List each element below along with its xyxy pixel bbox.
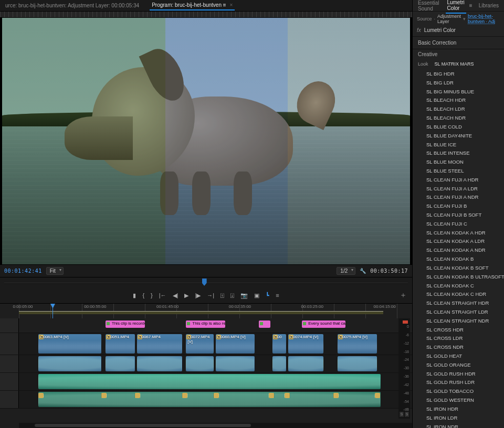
- lift-icon[interactable]: ⍐: [220, 292, 224, 298]
- monitor-scrubber[interactable]: [0, 277, 412, 287]
- look-item[interactable]: SL CLEAN KODAK A HDR: [423, 229, 504, 238]
- solo-right[interactable]: S: [405, 412, 409, 417]
- audio-clip[interactable]: [216, 356, 255, 371]
- video-clip[interactable]: fxC0063.MP4 [V]: [38, 334, 101, 354]
- v1-lane[interactable]: fxC0063.MP4 [V]fxC0051.MP4 fxC0067.MP4fx…: [19, 333, 412, 355]
- look-item[interactable]: SL CLEAN FUJI A LDR: [423, 185, 504, 194]
- mark-in-icon[interactable]: ▮: [133, 292, 136, 299]
- a1-track-head[interactable]: [0, 355, 19, 372]
- video-clip[interactable]: fxC00: [272, 334, 286, 354]
- audio-clip[interactable]: [272, 356, 286, 371]
- look-item[interactable]: SL BLUE COLD: [423, 123, 504, 132]
- look-item[interactable]: SL CLEAN KODAK B SOFT: [423, 264, 504, 273]
- look-item[interactable]: SL BIG MINUS BLUE: [423, 88, 504, 97]
- look-item[interactable]: SL CROSS LDR: [423, 334, 504, 343]
- audio-clip[interactable]: [38, 356, 101, 371]
- button-editor-icon[interactable]: ＋: [400, 291, 407, 300]
- look-item[interactable]: SL CLEAN FUJI A HDR: [423, 176, 504, 185]
- look-item[interactable]: SL GOLD WESTERN: [423, 396, 504, 405]
- look-item[interactable]: SL CROSS HDR: [423, 326, 504, 335]
- mark-out-button[interactable]: }: [151, 292, 153, 298]
- video-clip[interactable]: fxC0051.MP4: [106, 334, 135, 354]
- look-item[interactable]: SL CLEAN STRAIGHT NDR: [423, 317, 504, 326]
- a3-track-head[interactable]: [0, 391, 19, 408]
- export-frame-icon[interactable]: 📷: [240, 292, 248, 299]
- look-item[interactable]: SL BLUE DAY4NITE: [423, 132, 504, 141]
- solo-left[interactable]: S: [400, 412, 404, 417]
- look-item[interactable]: SL IRON NDR: [423, 423, 504, 429]
- audio-clip[interactable]: [186, 356, 213, 371]
- look-item[interactable]: SL CLEAN KODAK B ULTRASOFT: [423, 273, 504, 282]
- step-back-icon[interactable]: ◀|: [173, 292, 178, 299]
- a1-lane[interactable]: [19, 355, 412, 372]
- look-item[interactable]: SL CLEAN FUJI B: [423, 202, 504, 211]
- proxies-icon[interactable]: ≡: [276, 292, 279, 298]
- look-item[interactable]: SL GOLD HEAT: [423, 352, 504, 361]
- safe-margins-icon[interactable]: ┗: [266, 292, 269, 299]
- look-item[interactable]: SL IRON HDR: [423, 405, 504, 414]
- look-item[interactable]: SL CROSS NDR: [423, 343, 504, 352]
- audio-clip[interactable]: [106, 356, 135, 371]
- panel-menu-icon[interactable]: ≡: [223, 2, 226, 8]
- audio-clip[interactable]: [288, 356, 323, 371]
- look-item[interactable]: SL GOLD RUSH LDR: [423, 378, 504, 387]
- video-clip[interactable]: fxC0075.MP4 [V]: [338, 334, 377, 354]
- a2-lane[interactable]: [19, 373, 412, 390]
- v1-track-head[interactable]: [0, 333, 19, 355]
- look-item[interactable]: SL CLEAN KODAK A LDR: [423, 237, 504, 246]
- go-to-in-icon[interactable]: |←: [159, 292, 166, 298]
- look-item[interactable]: SL BLEACH HDR: [423, 96, 504, 105]
- extract-icon[interactable]: ⍗: [230, 292, 234, 298]
- panel-tab-libraries[interactable]: Libraries: [478, 1, 500, 10]
- program-tab[interactable]: Program: bruc-bij-het-buntven ≡ ×: [150, 1, 235, 10]
- audio-clip[interactable]: [137, 356, 182, 371]
- comparison-view-icon[interactable]: ▣: [254, 292, 259, 299]
- panel-menu-icon[interactable]: ≡: [469, 3, 472, 8]
- marker[interactable]: [259, 320, 270, 328]
- look-item[interactable]: SL BIG HDR: [423, 70, 504, 79]
- audio-clip[interactable]: [338, 356, 377, 371]
- look-item[interactable]: SL CLEAN KODAK A NDR: [423, 246, 504, 255]
- look-item[interactable]: SL GOLD ORANGE: [423, 361, 504, 370]
- creative-section[interactable]: Creative: [413, 49, 504, 59]
- work-area-bar[interactable]: [19, 311, 383, 314]
- look-item[interactable]: SL CLEAN KODAK B: [423, 255, 504, 264]
- look-item[interactable]: SL BIG LDR: [423, 79, 504, 88]
- timeline-playhead[interactable]: [52, 304, 53, 318]
- look-item[interactable]: SL CLEAN STRAIGHT LDR: [423, 308, 504, 317]
- look-item[interactable]: SL CLEAN KODAK C: [423, 282, 504, 291]
- playhead-icon[interactable]: [202, 279, 207, 286]
- marker[interactable]: This clip is also rec: [186, 320, 225, 328]
- settings-icon[interactable]: 🔧: [360, 268, 366, 274]
- a2-track-head[interactable]: [0, 373, 19, 390]
- look-item[interactable]: SL CLEAN KODAK C HDR: [423, 290, 504, 299]
- audio-clip[interactable]: [38, 392, 381, 407]
- look-list[interactable]: SL BIG HDRSL BIG LDRSL BIG MINUS BLUESL …: [413, 69, 504, 428]
- look-item[interactable]: SL GOLD RUSH HDR: [423, 370, 504, 379]
- a3-lane[interactable]: [19, 391, 412, 408]
- marker[interactable]: Every sound that ca: [302, 320, 345, 328]
- video-clip[interactable]: fxC0072.MP4 [V]: [186, 334, 213, 354]
- source-tab[interactable]: urce: bruc-bij-het-buntven: Adjustment L…: [3, 1, 141, 10]
- play-icon[interactable]: ▶: [184, 292, 188, 299]
- program-monitor-canvas[interactable]: [2, 18, 410, 264]
- look-item[interactable]: SL BLUE ICE: [423, 141, 504, 149]
- source-dropdown[interactable]: Adjustment Layer: [437, 14, 461, 24]
- look-item[interactable]: SL BLEACH NDR: [423, 114, 504, 123]
- marker-lane[interactable]: This clip is recordeThis clip is also re…: [19, 318, 412, 333]
- go-to-out-icon[interactable]: →|: [207, 292, 214, 298]
- step-fwd-icon[interactable]: |▶: [195, 292, 201, 299]
- audio-clip[interactable]: [38, 374, 381, 389]
- look-item[interactable]: SL CLEAN FUJI B SOFT: [423, 211, 504, 220]
- video-clip[interactable]: fxC0074.MP4 [V]: [288, 334, 323, 354]
- basic-correction-section[interactable]: Basic Correction: [413, 36, 504, 49]
- look-item[interactable]: SL BLUE STEEL: [423, 167, 504, 176]
- mark-in-button[interactable]: {: [142, 292, 144, 298]
- video-clip[interactable]: fxC0068.MP4 [V]: [216, 334, 255, 354]
- marker[interactable]: This clip is recorde: [106, 320, 145, 328]
- look-item[interactable]: SL CLEAN FUJI C: [423, 220, 504, 229]
- look-item[interactable]: SL BLUE MOON: [423, 158, 504, 167]
- look-selected-value[interactable]: SL MATRIX MARS: [435, 61, 474, 67]
- panel-tab-essential-sound[interactable]: Essential Sound: [417, 0, 440, 13]
- marker-track-head[interactable]: [0, 318, 19, 333]
